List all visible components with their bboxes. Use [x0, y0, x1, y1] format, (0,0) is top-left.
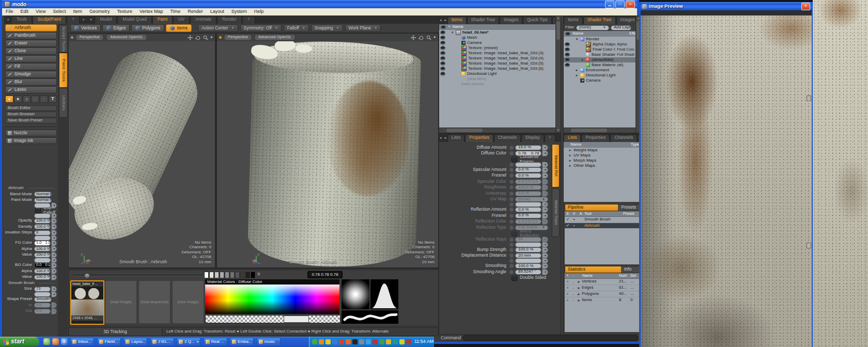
panel-scroll-icon[interactable]: ▸ — [439, 136, 443, 140]
tab-paint-tools[interactable]: Paint Tools — [59, 53, 68, 88]
menu-item[interactable]: Vertex Map — [136, 9, 167, 14]
panel-menu-icon[interactable]: ● — [443, 18, 447, 22]
channel-dot[interactable] — [509, 207, 514, 212]
tab-scroll-right-icon[interactable]: ▸ — [80, 18, 87, 24]
brush-tip-button[interactable]: T — [49, 96, 57, 103]
eye-icon[interactable] — [440, 36, 445, 40]
workspace-tab[interactable]: Tools — [11, 16, 32, 24]
zoom-icon[interactable] — [426, 35, 431, 40]
spinner-icon[interactable]: ◂▸ — [542, 247, 548, 253]
brush-panel-button[interactable]: Save Brush Preset — [5, 118, 57, 123]
expand-plus-icon[interactable]: + — [565, 280, 570, 284]
statistics-row[interactable]: + - ► Edges 61... ... — [565, 285, 640, 291]
alpha-handle[interactable] — [284, 316, 309, 323]
toolbar-dropdown[interactable]: Snapping▼ — [311, 24, 343, 32]
shader-row[interactable]: Base Material (all) — [564, 62, 636, 68]
property-field[interactable]: 1.0 1.0 1.0▼ — [515, 219, 541, 224]
menu-item[interactable]: Help — [251, 9, 268, 14]
shader-horizontal-scrollbar[interactable] — [564, 128, 636, 133]
brush-tip-button[interactable]: ● — [14, 96, 22, 103]
item-row[interactable]: Texture: Image: head_bake_final_02d (6) — [439, 66, 555, 71]
map-group-row[interactable]: ► UV Maps — [564, 153, 640, 158]
property-field[interactable]: ▼ — [515, 258, 541, 263]
shader-row[interactable]: ► (defaultMat) — [564, 57, 636, 62]
preview-title-bar[interactable]: Image Preview × — [641, 2, 812, 10]
rotate-icon[interactable] — [419, 35, 424, 40]
panel-tab[interactable]: Properties — [465, 134, 493, 142]
eye-icon[interactable] — [565, 58, 570, 62]
property-field[interactable]: 100.0 %▼ — [34, 253, 51, 258]
quick-launch-icon[interactable] — [43, 338, 50, 345]
panel-tab[interactable]: Channels — [610, 134, 637, 142]
expand-arrow-icon[interactable]: ► — [568, 154, 572, 157]
panel-tab[interactable]: Items — [564, 17, 583, 24]
tray-icon[interactable] — [352, 339, 358, 344]
spinner-icon[interactable]: ◂▸ — [51, 240, 57, 246]
item-row[interactable]: (new scene) — [439, 82, 555, 87]
menu-item[interactable]: Render — [184, 9, 207, 14]
brush-panel-button[interactable]: Brush Editor — [5, 105, 57, 111]
menu-item[interactable]: Edit — [17, 9, 33, 14]
scroll-thumb[interactable] — [556, 21, 560, 40]
close-button[interactable]: × — [801, 3, 810, 10]
layout-tab[interactable]: Animate — [190, 16, 216, 24]
taskbar-task[interactable]: FileM... ▾ — [97, 338, 121, 346]
layout-tab[interactable]: + — [242, 16, 255, 24]
viewport-state-dot[interactable] — [71, 36, 73, 39]
tool-button[interactable]: Smudge — [5, 71, 57, 78]
tray-icon[interactable] — [386, 339, 391, 344]
property-field[interactable]: 100.0 %▼ — [34, 275, 51, 280]
property-field[interactable]: Normal Proj ...▼ — [34, 198, 52, 203]
rotate-icon[interactable] — [195, 35, 200, 40]
spinner-icon[interactable]: ◂▸ — [542, 213, 548, 219]
property-field[interactable]: 64▼ — [515, 237, 541, 242]
tray-icon[interactable] — [326, 339, 331, 344]
property-field[interactable]: ▼ — [515, 162, 541, 167]
viewport-options-arrow[interactable]: ▸ — [434, 35, 436, 40]
property-field[interactable]: 20 mm▼ — [515, 253, 541, 258]
viewport-canvas[interactable]: Y Smooth Brush : Airbrush No ItemsChanne… — [217, 41, 438, 267]
channel-dot[interactable] — [509, 191, 514, 196]
panel-tab[interactable]: Channels — [494, 134, 521, 142]
tray-icon[interactable] — [406, 339, 411, 344]
close-button[interactable]: × — [626, 1, 635, 8]
visible-dot-icon[interactable]: • — [571, 224, 577, 228]
layout-tab[interactable]: Paint — [152, 16, 173, 24]
property-field[interactable]: 0.0 %▼ — [515, 173, 541, 178]
checkbox[interactable] — [35, 208, 41, 213]
property-field[interactable]: ▼ — [34, 292, 51, 297]
channel-dot[interactable] — [509, 162, 514, 167]
panel-tab[interactable]: Shader Tree — [467, 17, 500, 24]
expand-arrow-icon[interactable]: ► — [576, 292, 582, 296]
property-field[interactable]: Normal▼ — [34, 192, 52, 197]
expand-arrow-icon[interactable]: ► — [576, 280, 582, 284]
gray-swatch[interactable] — [240, 272, 245, 278]
statistics-title[interactable]: Statistics — [565, 266, 621, 273]
viewport-canvas[interactable]: Y Smooth Brush : Airbrush No ItemsChanne… — [69, 41, 215, 267]
spinner-icon[interactable]: ◂▸ — [542, 167, 548, 173]
brush-falloff-preview[interactable] — [342, 279, 369, 309]
ie-icon[interactable]: e — [61, 338, 68, 345]
property-field[interactable]: 100.0 %▼ — [515, 185, 541, 190]
spinner-icon[interactable]: ◂▸ — [51, 218, 57, 224]
gray-swatch[interactable] — [251, 272, 255, 278]
spinner-icon[interactable]: ◂▸ — [51, 302, 57, 308]
spinner-icon[interactable]: ◂▸ — [51, 268, 57, 274]
property-field[interactable]: 100.0 %▼ — [34, 224, 51, 229]
map-group-row[interactable]: ► Weight Maps — [564, 148, 640, 153]
spinner-icon[interactable]: ◂▸ — [542, 269, 548, 275]
tool-button[interactable]: Eraser — [5, 40, 57, 47]
channel-dot[interactable] — [509, 151, 514, 156]
menu-item[interactable]: Select — [49, 9, 69, 14]
enabled-check-icon[interactable]: ✓ — [565, 217, 571, 222]
expand-arrow-icon[interactable]: ► — [568, 149, 572, 152]
add-layer-dropdown[interactable]: Add Layer — [611, 25, 631, 30]
view-type-selector[interactable]: Perspective — [75, 34, 104, 41]
channel-dot[interactable] — [509, 185, 514, 190]
layout-tab[interactable]: UV — [173, 16, 190, 24]
item-row[interactable]: Texture: Image: head_bake_final_02d (5) — [439, 61, 555, 66]
property-field[interactable]: 0.78 0.78 0.78▼ — [515, 151, 541, 156]
spinner-icon[interactable]: ◂▸ — [51, 274, 57, 280]
tool-button[interactable]: Airbrush — [5, 24, 57, 31]
panel-tab[interactable]: Images — [500, 17, 522, 24]
